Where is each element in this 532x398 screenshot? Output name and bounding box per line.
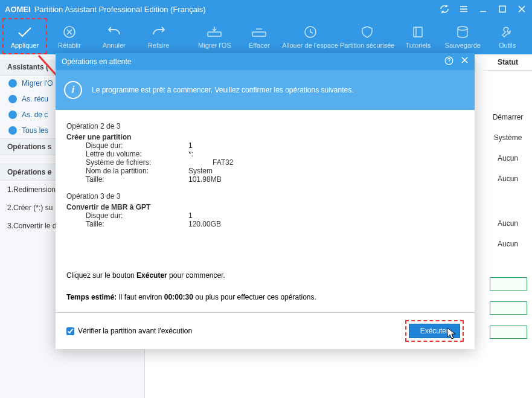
- product-name: Partition Assistant Professional Edition…: [34, 5, 206, 14]
- svg-rect-2: [208, 32, 221, 36]
- status-cell: Système: [484, 127, 532, 148]
- help-icon[interactable]: [444, 56, 453, 67]
- partition-bar: [490, 301, 527, 315]
- kv-row: Taille:101.98MB: [86, 175, 464, 184]
- undo-icon: [106, 24, 122, 40]
- dialog-titlebar: Opérations en attente: [56, 53, 475, 70]
- toolbar: Appliquer Rétablir Annuler Refaire Migre…: [0, 18, 532, 54]
- status-cell: Aucun: [484, 169, 532, 189]
- operation-head: Convertir de MBR à GPT: [66, 203, 464, 211]
- verify-checkbox[interactable]: Vérifier la partition avant l'exécution: [66, 327, 192, 335]
- dialog-close-icon[interactable]: [461, 56, 469, 67]
- status-cell: Aucun: [484, 213, 532, 234]
- dialog-footer: Vérifier la partition avant l'exécution …: [56, 313, 475, 349]
- toolbar-tools[interactable]: Outils: [485, 18, 530, 54]
- kv-row: Lettre du volume:*:: [86, 150, 464, 158]
- grid-dot-icon: [8, 126, 17, 135]
- toolbar-redo[interactable]: Refaire: [136, 18, 181, 54]
- info-icon: i: [64, 81, 82, 99]
- disk-dot-icon: [8, 111, 17, 119]
- book-icon: [411, 24, 425, 40]
- refresh-icon[interactable]: [439, 4, 450, 14]
- titlebar: AOMEI Partition Assistant Professional E…: [0, 0, 532, 18]
- toolbar-wipe[interactable]: Effacer: [237, 18, 281, 54]
- shield-icon: [360, 24, 374, 40]
- partition-bar: [490, 326, 527, 339]
- minimize-icon[interactable]: [478, 4, 489, 14]
- disk-arrow-icon: [206, 24, 223, 40]
- pending-operations-dialog: Opérations en attente i Le programme est…: [56, 53, 475, 349]
- operation-number: Opération 3 de 3: [66, 192, 464, 201]
- partition-bars: [490, 277, 527, 350]
- close-icon[interactable]: [516, 4, 527, 14]
- database-icon: [455, 24, 470, 40]
- toolbar-secure[interactable]: Partition sécurisée: [339, 18, 396, 54]
- status-header: Statut: [484, 54, 532, 71]
- dialog-body: Opération 2 de 3 Créer une partition Dis…: [56, 110, 475, 269]
- svg-point-6: [458, 27, 467, 30]
- verify-checkbox-input[interactable]: [66, 327, 74, 335]
- dialog-title: Opérations en attente: [62, 57, 131, 66]
- wrench-icon: [500, 24, 514, 40]
- toolbar-apply[interactable]: Appliquer: [2, 18, 47, 54]
- status-cell: Aucun: [484, 234, 532, 254]
- dialog-note: Cliquez sur le bouton Exécuter pour comm…: [56, 269, 475, 282]
- toolbar-undo[interactable]: Annuler: [92, 18, 136, 54]
- redo-icon: [151, 24, 167, 40]
- kv-row: Taille:120.00GB: [86, 220, 464, 228]
- cancel-circle-icon: [62, 24, 77, 40]
- verify-checkbox-label: Vérifier la partition avant l'exécution: [78, 327, 192, 335]
- dialog-eta: Temps estimé: Il faut environ 00:00:30 o…: [56, 290, 475, 304]
- operation-number: Opération 2 de 3: [66, 122, 464, 130]
- status-cell: Démarrer: [484, 107, 532, 127]
- toolbar-restore[interactable]: Rétablir: [47, 18, 92, 54]
- status-column: Statut Démarrer Système Aucun Aucun Aucu…: [484, 54, 532, 254]
- cursor-icon: [447, 327, 457, 339]
- kv-row: Nom de la partition:System: [86, 167, 464, 175]
- kv-row: Système de fichiers:FAT32: [86, 158, 464, 167]
- toolbar-allocate[interactable]: Allouer de l'espace: [281, 18, 339, 54]
- kv-row: Disque dur:1: [86, 211, 464, 220]
- brand: AOMEI: [5, 5, 31, 14]
- svg-rect-0: [499, 6, 505, 12]
- svg-rect-5: [414, 27, 422, 37]
- kv-row: Disque dur:1: [86, 141, 464, 150]
- eraser-icon: [251, 24, 268, 40]
- operation-head: Créer une partition: [66, 133, 464, 141]
- disk-dot-icon: [8, 79, 17, 88]
- disk-dot-icon: [8, 95, 17, 103]
- toolbar-tutorials[interactable]: Tutoriels: [396, 18, 441, 54]
- check-icon: [16, 24, 33, 40]
- toolbar-backup[interactable]: Sauvegarde: [440, 18, 485, 54]
- toolbar-migrate[interactable]: Migrer l'OS: [193, 18, 237, 54]
- maximize-icon[interactable]: [497, 4, 508, 14]
- dialog-info-text: Le programme est prêt à commencer. Veuil…: [92, 86, 354, 94]
- dialog-info-banner: i Le programme est prêt à commencer. Veu…: [56, 70, 475, 110]
- status-cell: Aucun: [484, 148, 532, 169]
- partition-bar: [490, 277, 527, 290]
- clock-icon: [303, 24, 318, 40]
- svg-rect-3: [252, 32, 266, 36]
- menu-icon[interactable]: [458, 4, 469, 14]
